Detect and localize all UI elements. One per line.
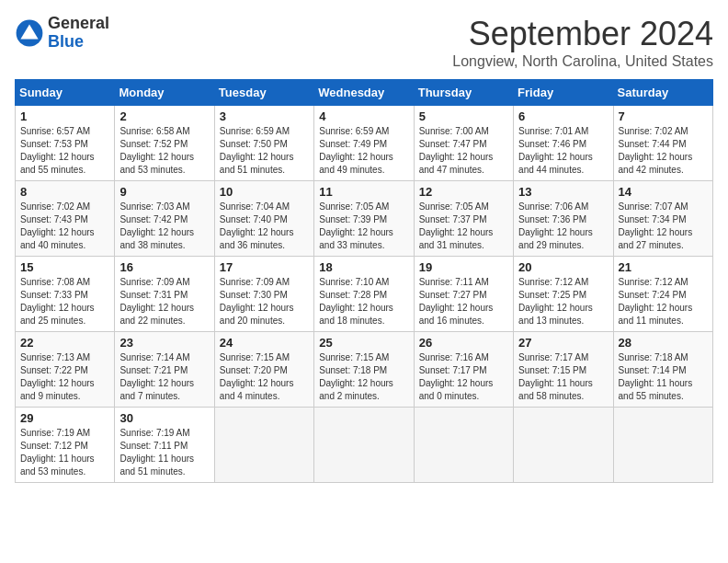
day-info: Sunrise: 7:05 AM Sunset: 7:37 PM Dayligh… [419, 201, 508, 252]
day-info: Sunrise: 6:58 AM Sunset: 7:52 PM Dayligh… [119, 125, 209, 177]
day-number: 26 [419, 336, 508, 350]
calendar-cell: 19 Sunrise: 7:11 AM Sunset: 7:27 PM Dayl… [414, 257, 513, 332]
day-number: 19 [419, 260, 508, 274]
calendar-cell: 11 Sunrise: 7:05 AM Sunset: 7:39 PM Dayl… [314, 181, 414, 257]
logo-general: General [48, 14, 109, 32]
day-info: Sunrise: 7:02 AM Sunset: 7:44 PM Dayligh… [619, 125, 708, 177]
calendar-cell: 6 Sunrise: 7:01 AM Sunset: 7:46 PM Dayli… [514, 106, 613, 181]
day-info: Sunrise: 7:09 AM Sunset: 7:30 PM Dayligh… [220, 276, 309, 327]
day-number: 6 [518, 109, 608, 123]
day-info: Sunrise: 7:13 AM Sunset: 7:22 PM Dayligh… [20, 351, 109, 403]
logo-icon [15, 18, 44, 48]
calendar-cell: 5 Sunrise: 7:00 AM Sunset: 7:47 PM Dayli… [414, 106, 513, 181]
calendar-cell: 13 Sunrise: 7:06 AM Sunset: 7:36 PM Dayl… [514, 181, 613, 257]
calendar-cell [214, 408, 313, 483]
day-number: 1 [20, 109, 109, 123]
calendar-cell: 25 Sunrise: 7:15 AM Sunset: 7:18 PM Dayl… [314, 332, 414, 408]
day-number: 24 [220, 336, 309, 350]
header-cell-tuesday: Tuesday [214, 80, 313, 106]
day-number: 29 [20, 411, 109, 425]
day-info: Sunrise: 7:14 AM Sunset: 7:21 PM Dayligh… [119, 351, 209, 403]
calendar-cell: 9 Sunrise: 7:03 AM Sunset: 7:42 PM Dayli… [115, 181, 214, 257]
header-cell-thursday: Thursday [414, 80, 513, 106]
logo-blue: Blue [48, 32, 84, 51]
calendar-cell: 2 Sunrise: 6:58 AM Sunset: 7:52 PM Dayli… [115, 106, 214, 181]
day-info: Sunrise: 7:15 AM Sunset: 7:20 PM Dayligh… [220, 351, 309, 403]
day-info: Sunrise: 7:03 AM Sunset: 7:42 PM Dayligh… [119, 201, 209, 252]
day-number: 30 [119, 411, 209, 425]
calendar-table: SundayMondayTuesdayWednesdayThursdayFrid… [15, 79, 713, 483]
location-title: Longview, North Carolina, United States [452, 53, 713, 70]
day-info: Sunrise: 7:16 AM Sunset: 7:17 PM Dayligh… [419, 351, 508, 403]
day-number: 28 [619, 336, 708, 350]
calendar-cell: 21 Sunrise: 7:12 AM Sunset: 7:24 PM Dayl… [613, 257, 712, 332]
day-info: Sunrise: 7:01 AM Sunset: 7:46 PM Dayligh… [518, 125, 608, 177]
header-cell-friday: Friday [514, 80, 613, 106]
logo: General Blue [15, 15, 109, 52]
calendar-body: 1 Sunrise: 6:57 AM Sunset: 7:53 PM Dayli… [16, 106, 713, 483]
day-number: 13 [518, 185, 608, 199]
day-number: 17 [220, 260, 309, 274]
calendar-cell: 30 Sunrise: 7:19 AM Sunset: 7:11 PM Dayl… [115, 408, 214, 483]
day-info: Sunrise: 7:19 AM Sunset: 7:12 PM Dayligh… [20, 427, 109, 478]
calendar-cell: 14 Sunrise: 7:07 AM Sunset: 7:34 PM Dayl… [613, 181, 712, 257]
calendar-cell: 20 Sunrise: 7:12 AM Sunset: 7:25 PM Dayl… [514, 257, 613, 332]
calendar-cell: 23 Sunrise: 7:14 AM Sunset: 7:21 PM Dayl… [115, 332, 214, 408]
calendar-cell: 4 Sunrise: 6:59 AM Sunset: 7:49 PM Dayli… [314, 106, 414, 181]
calendar-cell: 18 Sunrise: 7:10 AM Sunset: 7:28 PM Dayl… [314, 257, 414, 332]
calendar-cell: 29 Sunrise: 7:19 AM Sunset: 7:12 PM Dayl… [16, 408, 115, 483]
day-info: Sunrise: 7:02 AM Sunset: 7:43 PM Dayligh… [20, 201, 109, 252]
calendar-cell: 16 Sunrise: 7:09 AM Sunset: 7:31 PM Dayl… [115, 257, 214, 332]
calendar-cell: 3 Sunrise: 6:59 AM Sunset: 7:50 PM Dayli… [214, 106, 313, 181]
title-area: September 2024 Longview, North Carolina,… [452, 15, 713, 70]
header: General Blue September 2024 Longview, No… [15, 15, 713, 70]
calendar-cell: 28 Sunrise: 7:18 AM Sunset: 7:14 PM Dayl… [613, 332, 712, 408]
day-number: 10 [220, 185, 309, 199]
day-info: Sunrise: 7:06 AM Sunset: 7:36 PM Dayligh… [518, 201, 608, 252]
calendar-week-2: 8 Sunrise: 7:02 AM Sunset: 7:43 PM Dayli… [16, 181, 713, 257]
day-number: 22 [20, 336, 109, 350]
calendar-week-4: 22 Sunrise: 7:13 AM Sunset: 7:22 PM Dayl… [16, 332, 713, 408]
day-info: Sunrise: 7:07 AM Sunset: 7:34 PM Dayligh… [619, 201, 708, 252]
header-cell-monday: Monday [115, 80, 214, 106]
day-number: 23 [119, 336, 209, 350]
day-info: Sunrise: 7:00 AM Sunset: 7:47 PM Dayligh… [419, 125, 508, 177]
calendar-cell: 7 Sunrise: 7:02 AM Sunset: 7:44 PM Dayli… [613, 106, 712, 181]
header-cell-saturday: Saturday [613, 80, 712, 106]
calendar-cell [314, 408, 414, 483]
calendar-cell: 15 Sunrise: 7:08 AM Sunset: 7:33 PM Dayl… [16, 257, 115, 332]
day-number: 9 [119, 185, 209, 199]
header-cell-wednesday: Wednesday [314, 80, 414, 106]
day-info: Sunrise: 7:18 AM Sunset: 7:14 PM Dayligh… [619, 351, 708, 403]
day-number: 18 [319, 260, 408, 274]
day-info: Sunrise: 7:15 AM Sunset: 7:18 PM Dayligh… [319, 351, 408, 403]
calendar-cell: 27 Sunrise: 7:17 AM Sunset: 7:15 PM Dayl… [514, 332, 613, 408]
calendar-header-row: SundayMondayTuesdayWednesdayThursdayFrid… [16, 80, 713, 106]
calendar-cell [514, 408, 613, 483]
day-number: 25 [319, 336, 408, 350]
day-info: Sunrise: 7:05 AM Sunset: 7:39 PM Dayligh… [319, 201, 408, 252]
logo-text: General Blue [48, 15, 109, 52]
day-info: Sunrise: 7:11 AM Sunset: 7:27 PM Dayligh… [419, 276, 508, 327]
day-number: 12 [419, 185, 508, 199]
calendar-cell [414, 408, 513, 483]
month-title: September 2024 [452, 15, 713, 53]
day-number: 11 [319, 185, 408, 199]
calendar-cell: 10 Sunrise: 7:04 AM Sunset: 7:40 PM Dayl… [214, 181, 313, 257]
day-number: 20 [518, 260, 608, 274]
day-info: Sunrise: 7:08 AM Sunset: 7:33 PM Dayligh… [20, 276, 109, 327]
calendar-cell: 1 Sunrise: 6:57 AM Sunset: 7:53 PM Dayli… [16, 106, 115, 181]
header-cell-sunday: Sunday [16, 80, 115, 106]
day-number: 3 [220, 109, 309, 123]
calendar-cell: 8 Sunrise: 7:02 AM Sunset: 7:43 PM Dayli… [16, 181, 115, 257]
day-info: Sunrise: 7:04 AM Sunset: 7:40 PM Dayligh… [220, 201, 309, 252]
calendar-week-3: 15 Sunrise: 7:08 AM Sunset: 7:33 PM Dayl… [16, 257, 713, 332]
day-info: Sunrise: 7:12 AM Sunset: 7:25 PM Dayligh… [518, 276, 608, 327]
day-number: 4 [319, 109, 408, 123]
day-number: 21 [619, 260, 708, 274]
day-number: 2 [119, 109, 209, 123]
day-number: 16 [119, 260, 209, 274]
calendar-cell: 22 Sunrise: 7:13 AM Sunset: 7:22 PM Dayl… [16, 332, 115, 408]
day-info: Sunrise: 7:19 AM Sunset: 7:11 PM Dayligh… [119, 427, 209, 478]
calendar-cell [613, 408, 712, 483]
